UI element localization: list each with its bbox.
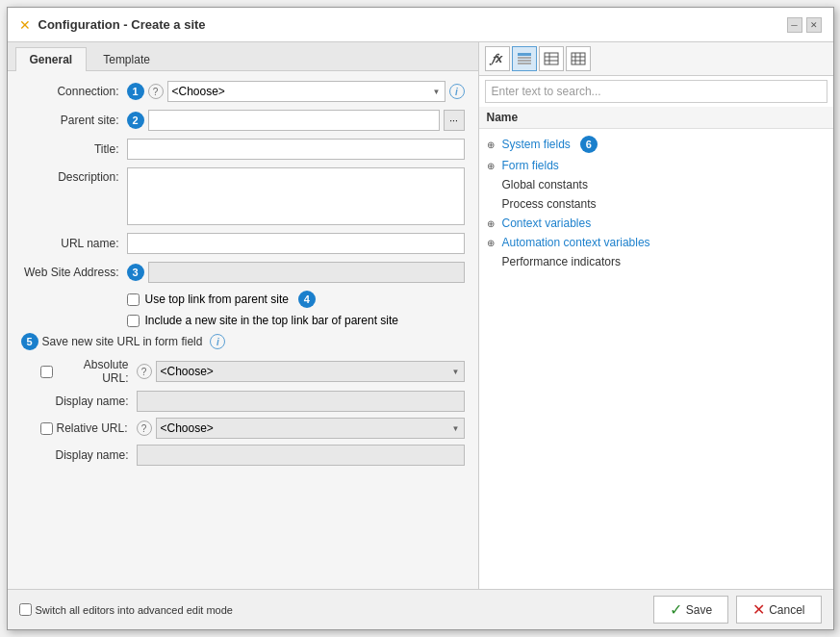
- relative-url-label: Relative URL:: [40, 421, 137, 435]
- relative-url-help-icon[interactable]: ?: [137, 420, 152, 436]
- tree-item-global-constants[interactable]: Global constants: [479, 175, 833, 194]
- relative-url-dropdown[interactable]: <Choose> ▼: [156, 418, 465, 439]
- save-button-label: Save: [686, 603, 712, 617]
- absolute-url-checkbox[interactable]: [40, 366, 53, 378]
- left-panel: General Template Connection: 1 ? <Choose…: [8, 42, 479, 589]
- url-name-input[interactable]: [127, 233, 465, 254]
- connection-control: 1 ? <Choose> ▼ i: [127, 81, 465, 102]
- relative-url-checkbox[interactable]: [40, 422, 53, 435]
- web-site-address-control: 3: [127, 262, 465, 283]
- save-button[interactable]: ✓ Save: [653, 596, 728, 624]
- description-label: Description:: [21, 167, 127, 184]
- tree-item-context-variables-label: Context variables: [502, 217, 592, 230]
- absolute-url-help-icon[interactable]: ?: [137, 364, 152, 379]
- title-input[interactable]: [127, 139, 465, 160]
- cancel-x-icon: ✕: [752, 600, 765, 619]
- values-button[interactable]: [512, 46, 537, 71]
- connection-row: Connection: 1 ? <Choose> ▼ i: [21, 81, 465, 102]
- formula-button[interactable]: 𝑓x: [485, 46, 510, 71]
- dialog: ✕ Configuration - Create a site ─ ✕ Gene…: [7, 7, 834, 630]
- absolute-url-row: Absolute URL: ? <Choose> ▼: [21, 358, 465, 385]
- badge-3: 3: [127, 264, 144, 281]
- absolute-url-dropdown-text: <Choose>: [161, 365, 214, 378]
- relative-display-control: [137, 445, 465, 466]
- svg-rect-3: [518, 63, 531, 64]
- grid-button[interactable]: [566, 46, 591, 71]
- description-textarea[interactable]: [127, 167, 465, 225]
- tree-item-process-constants[interactable]: Process constants: [479, 194, 833, 214]
- web-site-address-input[interactable]: [148, 262, 465, 283]
- dialog-body: General Template Connection: 1 ? <Choose…: [8, 42, 833, 589]
- description-control: [127, 167, 465, 225]
- grid-icon: [571, 51, 586, 66]
- save-url-row: 5 Save new site URL in form field i: [21, 333, 465, 350]
- tree-item-form-fields[interactable]: ⊕ Form fields: [479, 156, 833, 175]
- tree-item-context-variables[interactable]: ⊕ Context variables: [479, 214, 833, 233]
- absolute-display-control: [137, 391, 465, 412]
- absolute-display-input[interactable]: [137, 391, 465, 412]
- footer-left: Switch all editors into advanced edit mo…: [19, 603, 233, 616]
- connection-info-icon[interactable]: i: [449, 84, 465, 99]
- tree-item-performance-indicators[interactable]: Performance indicators: [479, 252, 833, 271]
- relative-display-input[interactable]: [137, 445, 465, 466]
- absolute-url-dropdown[interactable]: <Choose> ▼: [156, 361, 465, 382]
- tab-general[interactable]: General: [15, 47, 88, 71]
- url-name-label: URL name:: [21, 237, 127, 250]
- use-top-link-checkbox[interactable]: [127, 293, 140, 306]
- dialog-icon: ✕: [19, 17, 31, 33]
- relative-display-label: Display name:: [40, 448, 137, 462]
- badge-6: 6: [580, 136, 598, 153]
- relative-url-control: ? <Choose> ▼: [137, 418, 465, 439]
- tree-item-performance-indicators-label: Performance indicators: [502, 255, 621, 268]
- connection-label: Connection:: [21, 85, 127, 98]
- include-new-site-row: Include a new site in the top link bar o…: [21, 314, 465, 327]
- include-new-site-checkbox[interactable]: [127, 315, 140, 327]
- url-name-control: [127, 233, 465, 254]
- cancel-button-label: Cancel: [769, 603, 804, 617]
- cancel-button[interactable]: ✕ Cancel: [736, 596, 821, 624]
- parent-site-row: Parent site: 2 ···: [21, 110, 465, 131]
- parent-site-label: Parent site:: [21, 114, 127, 127]
- title-label: Title:: [21, 142, 127, 156]
- switch-editors-label: Switch all editors into advanced edit mo…: [36, 604, 233, 616]
- title-bar: ✕ Configuration - Create a site ─ ✕: [8, 8, 833, 42]
- tab-bar: General Template: [8, 42, 478, 71]
- svg-rect-8: [572, 53, 585, 64]
- svg-rect-2: [518, 60, 531, 62]
- right-toolbar: 𝑓x: [479, 42, 833, 76]
- save-url-info-icon[interactable]: i: [210, 334, 225, 349]
- connection-help-icon[interactable]: ?: [148, 84, 164, 99]
- list-button[interactable]: [539, 46, 564, 71]
- svg-rect-4: [545, 53, 558, 64]
- form-area: Connection: 1 ? <Choose> ▼ i Parent site…: [8, 71, 478, 589]
- dialog-title: Configuration - Create a site: [38, 17, 206, 32]
- search-box[interactable]: Enter text to search...: [485, 80, 827, 103]
- tree-header: Name: [479, 107, 833, 129]
- tree-item-form-fields-label: Form fields: [502, 159, 559, 172]
- switch-editors-checkbox[interactable]: [19, 603, 32, 616]
- minimize-button[interactable]: ─: [787, 17, 802, 33]
- relative-url-row: Relative URL: ? <Choose> ▼: [21, 418, 465, 439]
- connection-dropdown-text: <Choose>: [172, 85, 225, 98]
- include-new-site-label: Include a new site in the top link bar o…: [145, 314, 399, 327]
- connection-dropdown[interactable]: <Choose> ▼: [167, 81, 445, 102]
- tree-item-automation-context-label: Automation context variables: [502, 236, 650, 249]
- parent-site-input[interactable]: [148, 110, 440, 131]
- web-site-address-label: Web Site Address:: [21, 266, 127, 279]
- close-button[interactable]: ✕: [806, 17, 822, 33]
- tab-template[interactable]: Template: [89, 47, 165, 71]
- description-row: Description:: [21, 167, 465, 225]
- use-top-link-row: Use top link from parent site 4: [21, 291, 465, 308]
- absolute-display-row: Display name:: [21, 391, 465, 412]
- tree-item-automation-context[interactable]: ⊕ Automation context variables: [479, 233, 833, 252]
- tree-item-system-fields[interactable]: ⊕ System fields 6: [479, 133, 833, 156]
- relative-url-dropdown-arrow: ▼: [452, 424, 460, 433]
- web-site-address-row: Web Site Address: 3: [21, 262, 465, 283]
- parent-site-ellipsis-button[interactable]: ···: [444, 110, 465, 131]
- switch-editors-row: Switch all editors into advanced edit mo…: [19, 603, 233, 616]
- right-panel: 𝑓x: [479, 42, 833, 589]
- absolute-display-label: Display name:: [40, 395, 137, 408]
- values-icon: [517, 51, 532, 66]
- svg-rect-1: [518, 57, 531, 59]
- expand-icon-form: ⊕: [487, 161, 498, 171]
